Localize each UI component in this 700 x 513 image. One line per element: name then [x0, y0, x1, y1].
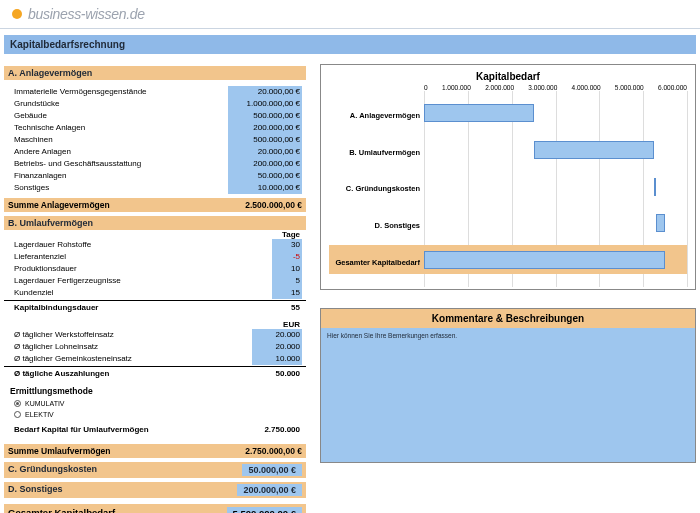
ausz-value: 50.000 — [222, 368, 302, 380]
item-value-input[interactable]: 50.000,00 € — [228, 170, 302, 182]
chart-row-label: A. Anlagevermögen — [329, 111, 424, 120]
section-b-days-row: Produktionsdauer10 — [4, 263, 306, 275]
section-a-row: Immaterielle Vermögensgegenstände20.000,… — [4, 86, 306, 98]
item-value-input[interactable]: 200.000,00 € — [228, 122, 302, 134]
item-value-input[interactable]: 20.000,00 € — [228, 146, 302, 158]
radio-icon — [14, 411, 21, 418]
method-kumulativ-label: KUMULATIV — [25, 398, 65, 409]
kbd-value: 55 — [222, 302, 302, 314]
bedarf-value: 2.750.000 — [222, 424, 302, 436]
section-b-days-row: Lieferantenziel-5 — [4, 251, 306, 263]
brand-text: business-wissen.de — [28, 6, 145, 22]
item-label: Immaterielle Vermögensgegenstände — [8, 86, 147, 98]
comments-box: Kommentare & Beschreibungen Hier können … — [320, 308, 696, 463]
chart-bar — [424, 251, 665, 269]
app-header: business-wissen.de — [0, 0, 700, 29]
section-b-days-row: Kundenziel15 — [4, 287, 306, 299]
method-kumulativ[interactable]: KUMULATIV — [4, 398, 306, 409]
ausz-label: Ø tägliche Auszahlungen — [8, 368, 109, 380]
chart-row: A. Anlagevermögen — [329, 101, 687, 130]
item-value-input[interactable]: 10.000 — [252, 353, 302, 365]
item-label: Lagerdauer Rohstoffe — [8, 239, 91, 251]
kbd-row: Kapitalbindungsdauer 55 — [4, 302, 306, 314]
axis-tick: 3.000.000 — [528, 84, 557, 91]
chart-row: B. Umlaufvermögen — [329, 138, 687, 167]
page-title: Kapitalbedarfsrechnung — [4, 35, 696, 54]
comments-body[interactable]: Hier können Sie Ihre Bemerkungen erfasse… — [321, 328, 695, 462]
item-label: Ø täglicher Lohneinsatz — [8, 341, 98, 353]
section-b-eur-row: Ø täglicher Lohneinsatz20.000 — [4, 341, 306, 353]
item-value-input[interactable]: 15 — [272, 287, 302, 299]
axis-tick: 5.000.000 — [615, 84, 644, 91]
left-column: A. Anlagevermögen Immaterielle Vermögens… — [4, 62, 306, 513]
item-label: Produktionsdauer — [8, 263, 77, 275]
item-label: Ø täglicher Gemeinkosteneinsatz — [8, 353, 132, 365]
chart-row: C. Gründungskosten — [329, 175, 687, 204]
brand-dot-icon — [12, 9, 22, 19]
bedarf-label: Bedarf Kapital für Umlaufvermögen — [8, 424, 149, 436]
section-d-value: 200.000,00 € — [237, 484, 302, 496]
section-b-sum-label: Summe Umlaufvermögen — [8, 446, 111, 456]
item-label: Ø täglicher Werkstoffeinsatz — [8, 329, 114, 341]
item-value-input[interactable]: 30 — [272, 239, 302, 251]
item-label: Kundenziel — [8, 287, 54, 299]
kbd-label: Kapitalbindungsdauer — [8, 302, 98, 314]
item-label: Lagerdauer Fertigerzeugnisse — [8, 275, 121, 287]
method-elektiv-label: ELEKTIV — [25, 409, 54, 420]
chart-bar — [654, 178, 656, 196]
item-label: Andere Anlagen — [8, 146, 71, 158]
section-a-row: Sonstiges10.000,00 € — [4, 182, 306, 194]
chart-row: Gesamter Kapitalbedarf — [329, 248, 687, 277]
chart-row: D. Sonstiges — [329, 211, 687, 240]
chart-row-label: Gesamter Kapitalbedarf — [329, 258, 424, 267]
method-head: Ermittlungsmethode — [4, 384, 306, 398]
item-value-input[interactable]: -5 — [272, 251, 302, 263]
axis-tick: 1.000.000 — [442, 84, 471, 91]
section-b-days-row: Lagerdauer Rohstoffe30 — [4, 239, 306, 251]
chart-body: A. AnlagevermögenB. UmlaufvermögenC. Grü… — [329, 95, 687, 279]
item-value-input[interactable]: 20.000 — [252, 329, 302, 341]
section-a-row: Grundstücke1.000.000,00 € — [4, 98, 306, 110]
ausz-row: Ø tägliche Auszahlungen 50.000 — [4, 368, 306, 380]
section-a-sum-label: Summe Anlagevermögen — [8, 200, 110, 210]
item-value-input[interactable]: 20.000,00 € — [228, 86, 302, 98]
kapitalbedarf-chart: Kapitalbedarf 01.000.0002.000.0003.000.0… — [320, 64, 696, 290]
section-a-row: Maschinen500.000,00 € — [4, 134, 306, 146]
item-label: Maschinen — [8, 134, 53, 146]
section-b-eur-row: Ø täglicher Werkstoffeinsatz20.000 — [4, 329, 306, 341]
chart-bar — [534, 141, 655, 159]
section-c-head: C. Gründungskosten 50.000,00 € — [4, 462, 306, 478]
item-value-input[interactable]: 500.000,00 € — [228, 110, 302, 122]
section-a-row: Betriebs- und Geschäftsausstattung200.00… — [4, 158, 306, 170]
section-a-row: Finanzanlagen50.000,00 € — [4, 170, 306, 182]
item-label: Gebäude — [8, 110, 47, 122]
item-label: Lieferantenziel — [8, 251, 66, 263]
item-value-input[interactable]: 20.000 — [252, 341, 302, 353]
item-value-input[interactable]: 10.000,00 € — [228, 182, 302, 194]
chart-row-label: C. Gründungskosten — [329, 184, 424, 193]
item-value-input[interactable]: 500.000,00 € — [228, 134, 302, 146]
grand-label: Gesamter Kapitalbedarf — [8, 507, 115, 513]
section-b-days-row: Lagerdauer Fertigerzeugnisse5 — [4, 275, 306, 287]
comments-head: Kommentare & Beschreibungen — [321, 309, 695, 328]
section-a-row: Andere Anlagen20.000,00 € — [4, 146, 306, 158]
item-value-input[interactable]: 10 — [272, 263, 302, 275]
item-value-input[interactable]: 200.000,00 € — [228, 158, 302, 170]
chart-bar — [656, 214, 665, 232]
axis-tick: 6.000.000 — [658, 84, 687, 91]
grand-value: 5.500.000,00 € — [227, 507, 302, 513]
section-b-sum-value: 2.750.000,00 € — [245, 446, 302, 456]
eur-col-head: EUR — [4, 320, 306, 329]
section-b-sum: Summe Umlaufvermögen 2.750.000,00 € — [4, 444, 306, 458]
chart-bar — [424, 104, 534, 122]
section-b-head: B. Umlaufvermögen — [4, 216, 306, 230]
section-d-head: D. Sonstiges 200.000,00 € — [4, 482, 306, 498]
chart-row-label: D. Sonstiges — [329, 221, 424, 230]
days-col-head: Tage — [4, 230, 306, 239]
chart-row-label: B. Umlaufvermögen — [329, 148, 424, 157]
item-value-input[interactable]: 1.000.000,00 € — [228, 98, 302, 110]
item-value-input[interactable]: 5 — [272, 275, 302, 287]
axis-tick: 0 — [424, 84, 428, 91]
bedarf-row: Bedarf Kapital für Umlaufvermögen 2.750.… — [4, 424, 306, 436]
method-elektiv[interactable]: ELEKTIV — [4, 409, 306, 420]
